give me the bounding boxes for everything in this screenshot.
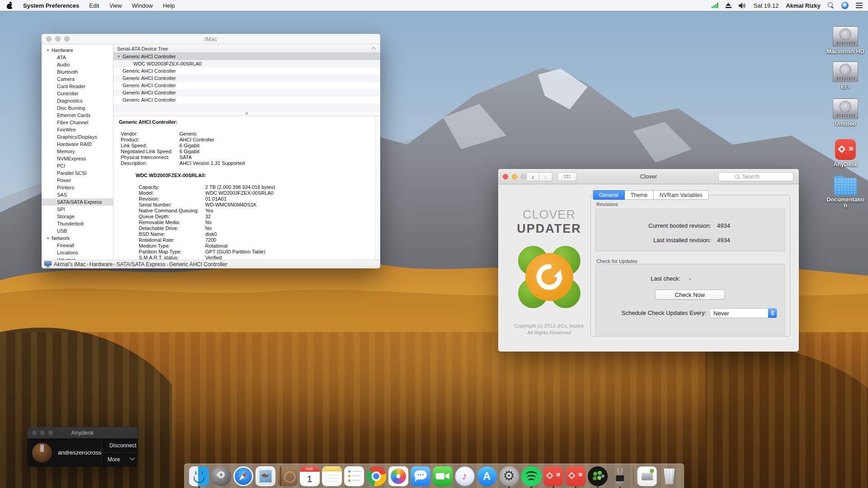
desktop-icon-anydesk[interactable]: »AnyDesk: [825, 139, 866, 168]
dock-item-appstore[interactable]: A: [476, 464, 498, 488]
close-button[interactable]: [503, 174, 508, 179]
sidebar-item-sata-sata-express[interactable]: SATA/SATA Express: [42, 198, 113, 206]
siri-icon[interactable]: [841, 2, 849, 9]
search-field[interactable]: Search: [718, 172, 793, 181]
details-scrollbar[interactable]: [375, 116, 380, 260]
sidebar-item-printers[interactable]: Printers: [42, 184, 113, 191]
menu-edit[interactable]: Edit: [89, 2, 99, 9]
dock-item-facetime[interactable]: [431, 464, 453, 488]
sidebar-item-ethernet-cards[interactable]: Ethernet Cards: [42, 112, 113, 119]
pane-splitter[interactable]: [113, 111, 380, 116]
more-button[interactable]: More: [108, 456, 120, 463]
dock-item-anydesk2[interactable]: »: [564, 464, 586, 488]
zoom-button[interactable]: [64, 36, 70, 42]
dock-item-anydesk[interactable]: »: [542, 464, 564, 488]
sidebar-item-card-reader[interactable]: Card Reader: [42, 83, 113, 90]
zoom-button[interactable]: [48, 431, 53, 435]
sidebar-item-audio[interactable]: Audio: [42, 61, 113, 68]
dock-item-contacts[interactable]: [276, 464, 298, 488]
sidebar-item-usb[interactable]: USB: [42, 227, 113, 235]
tree-row-0[interactable]: ▼Generic AHCI Controller: [113, 53, 380, 60]
sidebar-item-sas[interactable]: SAS: [42, 191, 113, 198]
check-now-button[interactable]: Check Now: [655, 290, 725, 300]
sidebar-item-disc-burning[interactable]: Disc Burning: [42, 104, 113, 112]
sidebar-item-controller[interactable]: Controller: [42, 90, 113, 97]
tab-nvram-variables[interactable]: NVRam Variables: [654, 190, 708, 200]
back-button[interactable]: ‹: [526, 172, 539, 181]
anydesk-titlebar[interactable]: Anydesk: [28, 427, 137, 438]
forward-button[interactable]: ›: [539, 172, 552, 181]
sidebar-item-hardware-raid[interactable]: Hardware RAID: [42, 141, 113, 148]
tree-row-1[interactable]: WDC WD2003FZEX-00SRLA0: [113, 60, 380, 67]
close-button[interactable]: [32, 431, 37, 435]
signal-bars-icon[interactable]: [712, 3, 718, 8]
menu-bar-clock[interactable]: Sat 19.12: [754, 2, 779, 9]
dock-item-spotify[interactable]: [520, 464, 542, 488]
tab-general[interactable]: General: [593, 190, 625, 200]
minimize-button[interactable]: [55, 36, 61, 42]
sidebar-item-bluetooth[interactable]: Bluetooth: [42, 68, 113, 75]
tree-row-2[interactable]: Generic AHCI Controller: [113, 67, 380, 75]
dock-item-chiptool[interactable]: [609, 464, 631, 488]
tree-row-3[interactable]: Generic AHCI Controller: [113, 75, 380, 82]
schedule-popup[interactable]: Never: [709, 308, 777, 318]
dock-item-photos[interactable]: [387, 464, 409, 488]
menu-help[interactable]: Help: [163, 2, 175, 9]
dock-item-sysprefs[interactable]: ⚙: [498, 464, 520, 488]
dock-item-messages[interactable]: [409, 464, 431, 488]
eject-icon[interactable]: [726, 3, 731, 8]
dock-item-finder[interactable]: [188, 464, 210, 488]
volume-icon[interactable]: [739, 3, 746, 9]
disconnect-button[interactable]: Disconnect: [109, 442, 136, 449]
sidebar-item-fibre-channel[interactable]: Fibre Channel: [42, 119, 113, 126]
dock-item-cloverconf[interactable]: [586, 464, 609, 488]
breadcrumb-sata-sata-express[interactable]: SATA/SATA Express: [117, 261, 165, 267]
sidebar-item-memory[interactable]: Memory: [42, 148, 113, 155]
menu-system-preferences[interactable]: System Preferences: [23, 2, 79, 9]
breadcrumb-akmal-s-imac[interactable]: Akmal’s iMac: [54, 261, 85, 267]
disclosure-triangle-icon[interactable]: ▼: [117, 55, 121, 59]
chevron-down-icon[interactable]: [130, 455, 135, 460]
dock-item-chrome[interactable]: [365, 464, 387, 488]
disclosure-triangle-icon[interactable]: ▼: [46, 48, 50, 52]
minimize-button[interactable]: [40, 431, 45, 435]
desktop-icon-macintosh-hd[interactable]: Macintosh HD: [825, 26, 866, 55]
sidebar-item-volumes[interactable]: Volumes: [42, 256, 113, 260]
search-icon[interactable]: [828, 2, 834, 9]
sidebar-item-diagnostics[interactable]: Diagnostics: [42, 97, 113, 104]
sidebar-item-firewire[interactable]: FireWire: [42, 126, 113, 133]
sidebar-item-camera[interactable]: Camera: [42, 75, 113, 83]
collapse-chevron-icon[interactable]: [371, 47, 376, 52]
menu-window[interactable]: Window: [132, 2, 153, 9]
dock-item-reminders[interactable]: [343, 464, 365, 488]
zoom-button[interactable]: [521, 174, 526, 179]
sidebar-item-spi[interactable]: SPI: [42, 206, 113, 213]
breadcrumb-generic-ahci-controller[interactable]: Generic AHCI Controller: [169, 261, 227, 267]
sidebar-section-network[interactable]: ▼Network: [42, 235, 113, 242]
sidebar-item-parallel-scsi[interactable]: Parallel SCSI: [42, 169, 113, 177]
desktop-icon-documentation[interactable]: Documentation: [825, 175, 866, 209]
apple-menu-icon[interactable]: [6, 2, 13, 9]
sidebar-item-firewall[interactable]: Firewall: [42, 242, 113, 249]
sidebar-item-nvmexpress[interactable]: NVMExpress: [42, 155, 113, 162]
minimize-button[interactable]: [512, 174, 517, 179]
notification-center-icon[interactable]: [856, 3, 863, 8]
dock-item-calendar[interactable]: JUN1: [298, 464, 321, 488]
sidebar-section-hardware[interactable]: ▼Hardware: [42, 47, 113, 54]
dock-item-launchpad[interactable]: [210, 464, 232, 488]
dock-item-mail[interactable]: [254, 464, 276, 488]
close-button[interactable]: [46, 36, 52, 42]
sidebar-item-locations[interactable]: Locations: [42, 249, 113, 256]
dock-item-trash[interactable]: [658, 464, 680, 488]
sidebar-item-storage[interactable]: Storage: [42, 213, 113, 220]
dock-item-safari[interactable]: [232, 464, 254, 488]
tab-theme[interactable]: Theme: [625, 190, 654, 200]
dock-item-notes[interactable]: [321, 464, 343, 488]
dock-item-itunes[interactable]: ♪: [453, 464, 476, 488]
tree-row-6[interactable]: Generic AHCI Controller: [113, 96, 380, 103]
tree-row-4[interactable]: Generic AHCI Controller: [113, 82, 380, 89]
sysinfo-titlebar[interactable]: iMac: [42, 34, 380, 44]
dock-item-diskimage[interactable]: [636, 464, 658, 488]
device-tree-header[interactable]: Serial-ATA Device Tree: [113, 45, 380, 53]
disclosure-triangle-icon[interactable]: ▼: [46, 236, 50, 240]
